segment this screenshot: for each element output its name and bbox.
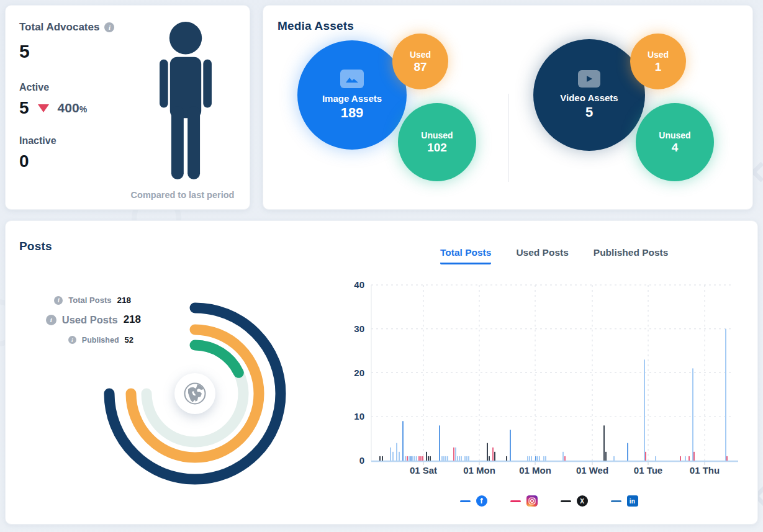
image-assets-value: 189 — [341, 105, 364, 121]
person-icon — [145, 22, 226, 182]
media-assets-card: Media Assets Image Assets 189 Used 87 Un… — [263, 5, 753, 210]
svg-text:01 Mon: 01 Mon — [519, 465, 551, 476]
image-icon — [340, 70, 364, 88]
svg-text:01 Wed: 01 Wed — [576, 465, 608, 476]
used-label: Used — [410, 50, 431, 60]
trend-down-icon — [38, 104, 49, 112]
unused-label: Unused — [421, 130, 453, 140]
posts-card: Posts Total Posts Used Posts Published P… — [5, 220, 758, 525]
tab-published-posts[interactable]: Published Posts — [594, 247, 669, 264]
legend-linkedin[interactable]: in — [611, 495, 638, 507]
unused-label: Unused — [659, 130, 690, 140]
legend-x[interactable]: X — [561, 495, 588, 507]
instagram-dash — [510, 500, 521, 502]
info-icon[interactable]: i — [54, 296, 63, 305]
x-icon: X — [577, 495, 588, 507]
info-icon[interactable]: i — [46, 315, 56, 325]
image-assets-label: Image Assets — [322, 93, 382, 104]
svg-text:01 Tue: 01 Tue — [634, 465, 662, 476]
used-value: 1 — [655, 60, 662, 74]
posts-title: Posts — [19, 240, 52, 253]
used-value: 87 — [413, 60, 427, 74]
svg-text:10: 10 — [354, 411, 364, 422]
inactive-value: 0 — [19, 153, 114, 170]
svg-text:30: 30 — [354, 323, 364, 334]
image-used-bubble[interactable]: Used 87 — [392, 34, 448, 89]
active-label: Active — [19, 82, 114, 93]
svg-text:01 Mon: 01 Mon — [463, 465, 495, 476]
linkedin-dash — [611, 500, 621, 502]
percent-sign: % — [79, 104, 87, 114]
facebook-icon: f — [476, 495, 487, 507]
video-unused-bubble[interactable]: Unused 4 — [636, 103, 714, 181]
total-advocates-card: Total Advocates i 5 Active 5 400% Inacti… — [5, 5, 250, 210]
info-icon[interactable]: i — [68, 336, 76, 344]
image-assets-bubble[interactable]: Image Assets 189 — [297, 40, 407, 150]
video-used-bubble[interactable]: Used 1 — [630, 34, 686, 89]
used-label: Used — [648, 50, 669, 60]
posts-bar-chart: 01020304001 Sat01 Mon01 Mon01 Wed01 Tue0… — [341, 274, 754, 485]
inactive-label: Inactive — [19, 135, 114, 147]
video-assets-value: 5 — [585, 104, 593, 120]
x-dash — [561, 500, 571, 502]
facebook-dash — [460, 500, 471, 502]
media-assets-title: Media Assets — [278, 19, 354, 33]
svg-text:0: 0 — [359, 455, 364, 466]
posts-tabs: Total Posts Used Posts Published Posts — [440, 247, 668, 264]
video-assets-bubble[interactable]: Video Assets 5 — [533, 39, 645, 151]
image-unused-bubble[interactable]: Unused 102 — [398, 103, 476, 181]
video-icon — [578, 70, 600, 88]
instagram-icon — [526, 495, 538, 507]
legend-instagram[interactable] — [510, 495, 538, 507]
unused-value: 102 — [427, 141, 447, 155]
video-assets-label: Video Assets — [560, 92, 618, 103]
active-value: 5 — [19, 99, 29, 117]
active-change-value: 400 — [58, 101, 79, 115]
linkedin-icon: in — [627, 495, 638, 507]
divider — [508, 94, 509, 182]
info-icon[interactable]: i — [104, 22, 114, 32]
svg-text:40: 40 — [354, 279, 364, 290]
globe-icon — [174, 373, 215, 414]
comparison-footnote: Compared to last period — [93, 190, 273, 200]
svg-text:01 Thu: 01 Thu — [690, 465, 720, 476]
svg-text:20: 20 — [354, 367, 364, 378]
legend-facebook[interactable]: f — [460, 495, 487, 507]
tab-used-posts[interactable]: Used Posts — [516, 247, 568, 264]
chart-legend: f X in — [353, 495, 744, 507]
unused-value: 4 — [672, 141, 679, 155]
total-advocates-value: 5 — [19, 42, 114, 61]
total-advocates-title: Total Advocates — [19, 21, 99, 34]
tab-total-posts[interactable]: Total Posts — [440, 247, 491, 264]
svg-text:01 Sat: 01 Sat — [410, 465, 437, 476]
